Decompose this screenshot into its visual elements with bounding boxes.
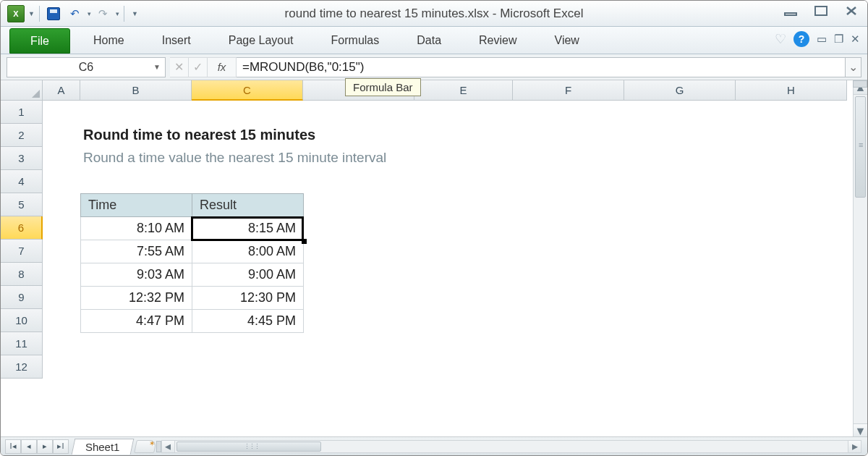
ribbon: File Home Insert Page Layout Formulas Da… <box>1 27 867 54</box>
redo-dropdown-icon[interactable]: ▾ <box>116 10 119 17</box>
cell-time[interactable]: 4:47 PM <box>81 310 192 333</box>
tab-page-layout[interactable]: Page Layout <box>210 27 312 54</box>
tab-review[interactable]: Review <box>460 27 535 54</box>
horizontal-scroll-thumb[interactable] <box>176 442 321 452</box>
cancel-formula-button[interactable]: ✕ <box>170 57 189 77</box>
cell-result[interactable]: 4:45 PM <box>192 310 304 333</box>
col-header-result[interactable]: Result <box>192 194 304 217</box>
row-header-12[interactable]: 12 <box>1 355 43 379</box>
sheet-title: Round time to nearest 15 minutes <box>83 127 315 143</box>
sheet-nav-prev[interactable]: ◂ <box>21 439 37 454</box>
sheet-subtitle: Round a time value the nearest 15 minute… <box>83 150 386 166</box>
col-header-B[interactable]: B <box>80 80 192 101</box>
doc-minimize-button[interactable]: ▭ <box>817 33 827 46</box>
insert-function-button[interactable]: fx <box>208 57 237 77</box>
worksheet-grid: ABCDEFGH 123456789101112 Round time to n… <box>1 80 867 438</box>
sheet-nav-first[interactable]: I◂ <box>5 439 21 454</box>
redo-button[interactable]: ↷ <box>94 4 113 23</box>
cell-result[interactable]: 9:00 AM <box>192 263 304 287</box>
row-header-7[interactable]: 7 <box>1 240 43 263</box>
tab-insert[interactable]: Insert <box>143 27 210 54</box>
col-header-H[interactable]: H <box>736 80 847 101</box>
expand-formula-bar-button[interactable]: ⌄ <box>846 57 861 77</box>
help-button[interactable]: ? <box>793 31 809 47</box>
sheet-tab-sheet1[interactable]: Sheet1 <box>72 439 134 455</box>
row-header-1[interactable]: 1 <box>1 101 43 124</box>
row-header-2[interactable]: 2 <box>1 124 43 147</box>
tab-split-handle[interactable] <box>156 441 161 452</box>
tab-formulas[interactable]: Formulas <box>312 27 399 54</box>
cell-time[interactable]: 8:10 AM <box>81 217 192 240</box>
scroll-down-button[interactable]: ▼ <box>854 423 867 438</box>
save-button[interactable] <box>44 4 63 23</box>
svg-rect-0 <box>785 13 796 15</box>
formula-bar-tooltip: Formula Bar <box>345 78 421 96</box>
row-header-8[interactable]: 8 <box>1 263 43 286</box>
name-box-dropdown-icon[interactable]: ▼ <box>153 63 161 71</box>
row-header-3[interactable]: 3 <box>1 147 43 170</box>
column-headers: ABCDEFGH <box>43 80 853 101</box>
tab-view[interactable]: View <box>536 27 598 54</box>
table-row: 9:03 AM9:00 AM <box>81 263 304 287</box>
cell-result[interactable]: 8:00 AM <box>192 240 304 263</box>
formula-input[interactable]: =MROUND(B6,"0:15") Formula Bar <box>237 57 846 77</box>
cell-result[interactable]: 12:30 PM <box>192 287 304 310</box>
cells-area[interactable]: Round time to nearest 15 minutes Round a… <box>43 101 853 438</box>
formula-bar: C6 ▼ ✕ ✓ fx =MROUND(B6,"0:15") Formula B… <box>1 54 867 80</box>
sheet-tab-bar: I◂ ◂ ▸ ▸I Sheet1 ◂ ▸ <box>1 436 867 455</box>
row-header-11[interactable]: 11 <box>1 332 43 355</box>
horizontal-scrollbar[interactable]: ◂ ▸ <box>161 440 861 453</box>
tab-home[interactable]: Home <box>75 27 143 54</box>
vertical-scrollbar[interactable]: ▲ ▼ <box>853 80 867 438</box>
sheet-nav-buttons: I◂ ◂ ▸ ▸I <box>5 439 69 454</box>
sheet-nav-next[interactable]: ▸ <box>37 439 53 454</box>
minimize-ribbon-icon[interactable]: ♡ <box>775 31 786 47</box>
row-header-6[interactable]: 6 <box>1 216 43 240</box>
cell-time[interactable]: 12:32 PM <box>81 287 192 310</box>
file-tab[interactable]: File <box>9 28 70 54</box>
cell-time[interactable]: 9:03 AM <box>81 263 192 287</box>
col-header-time[interactable]: Time <box>81 194 192 217</box>
row-header-5[interactable]: 5 <box>1 193 43 216</box>
row-header-4[interactable]: 4 <box>1 170 43 193</box>
name-box-value: C6 <box>79 61 93 74</box>
row-headers: 123456789101112 <box>1 101 43 379</box>
maximize-button[interactable] <box>812 4 830 18</box>
cell-time[interactable]: 7:55 AM <box>81 240 192 263</box>
window-title: round time to nearest 15 minutes.xlsx - … <box>285 7 584 21</box>
select-all-corner[interactable] <box>1 80 43 101</box>
customize-qat-dropdown-icon[interactable]: ▼ <box>132 10 138 17</box>
tab-data[interactable]: Data <box>398 27 460 54</box>
table-header-row: Time Result <box>81 194 304 217</box>
col-header-F[interactable]: F <box>513 80 624 101</box>
col-header-A[interactable]: A <box>43 80 80 101</box>
sheet-tab-label: Sheet1 <box>85 441 120 453</box>
doc-close-button[interactable]: ✕ <box>851 33 860 46</box>
cell-result[interactable]: 8:15 AM <box>192 217 304 240</box>
app-menu-dropdown-icon[interactable]: ▼ <box>28 10 35 17</box>
enter-formula-button[interactable]: ✓ <box>189 57 208 77</box>
new-sheet-button[interactable] <box>134 440 157 453</box>
sheet-nav-last[interactable]: ▸I <box>53 439 69 454</box>
scroll-left-button[interactable]: ◂ <box>162 441 175 452</box>
row-header-9[interactable]: 9 <box>1 286 43 309</box>
col-header-G[interactable]: G <box>624 80 736 101</box>
separator <box>39 6 40 22</box>
row-header-10[interactable]: 10 <box>1 309 43 332</box>
undo-button[interactable]: ↶ <box>66 4 85 23</box>
table-row: 7:55 AM8:00 AM <box>81 240 304 263</box>
minimize-button[interactable] <box>782 4 799 18</box>
svg-rect-1 <box>815 7 827 15</box>
doc-restore-button[interactable]: ❐ <box>834 33 843 46</box>
undo-dropdown-icon[interactable]: ▾ <box>88 10 91 17</box>
scroll-right-button[interactable]: ▸ <box>848 441 861 452</box>
col-header-C[interactable]: C <box>192 80 303 101</box>
name-box[interactable]: C6 ▼ <box>7 57 166 77</box>
excel-app-icon[interactable] <box>7 4 25 23</box>
horizontal-split-handle[interactable] <box>853 80 867 88</box>
col-header-E[interactable]: E <box>414 80 513 101</box>
data-table: Time Result 8:10 AM8:15 AM 7:55 AM8:00 A… <box>80 193 304 333</box>
vertical-scroll-thumb[interactable] <box>855 96 866 198</box>
fill-handle[interactable] <box>302 239 307 244</box>
close-button[interactable] <box>843 4 860 18</box>
